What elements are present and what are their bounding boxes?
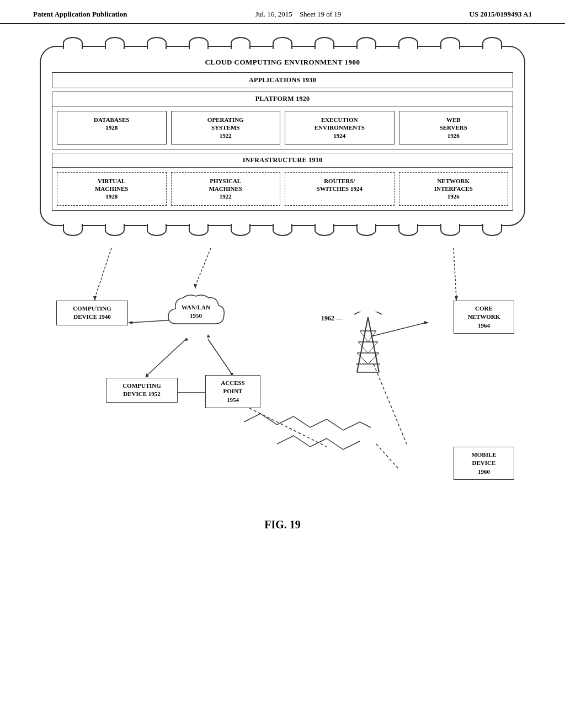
cloud-bump-bottom (315, 224, 334, 236)
cloud-bump-bottom (482, 224, 502, 236)
platform-component-os: OPERATINGSYSTEMS1922 (171, 111, 281, 144)
wan-lan-1950: WAN/LAN1950 (166, 293, 226, 334)
cloud-bump (63, 37, 83, 49)
infra-component-routers: ROUTERS/SWITCHES 1924 (285, 172, 395, 206)
cloud-bump (147, 37, 167, 49)
svg-marker-3 (194, 284, 197, 289)
applications-label: APPLICATIONS 1930 (52, 73, 513, 88)
infra-component-network: NETWORKINTERFACES1926 (399, 172, 509, 206)
infrastructure-components: VIRTUALMACHINES1928 PHYSICALMACHINES1922… (52, 168, 513, 210)
infra-component-virtual: VIRTUALMACHINES1928 (57, 172, 167, 206)
core-network-1964: CORENETWORK1964 (454, 301, 514, 334)
label-1962: 1962 — (321, 314, 343, 323)
network-diagram: COMPUTINGDEVICE 1940 WAN/LAN1950 COMPUTI… (40, 248, 525, 502)
cloud-bump (189, 37, 209, 49)
cloud-bump-bottom (105, 224, 125, 236)
svg-marker-11 (185, 338, 189, 341)
cloud-bump-bottom (273, 224, 292, 236)
svg-line-0 (95, 248, 111, 298)
platform-component-databases: DATABASES1928 (57, 111, 167, 144)
cloud-bump (105, 37, 125, 49)
applications-box: APPLICATIONS 1930 (52, 72, 513, 88)
cloud-bump (231, 37, 250, 49)
svg-line-4 (454, 248, 456, 298)
cloud-bump (315, 37, 334, 49)
cloud-bump-bottom (189, 224, 209, 236)
svg-marker-14 (207, 334, 210, 338)
svg-marker-8 (128, 321, 132, 324)
header-left: Patent Application Publication (33, 10, 127, 19)
cloud-title: CLOUD COMPUTING ENVIRONMENT 1900 (52, 58, 513, 67)
svg-line-12 (208, 339, 232, 374)
header-right: US 2015/0199493 A1 (470, 10, 532, 19)
main-content: CLOUD COMPUTING ENVIRONMENT 1900 APPLICA… (0, 24, 565, 553)
cloud-bump (482, 37, 502, 49)
infrastructure-box: INFRASTRUCTURE 1910 VIRTUALMACHINES1928 … (52, 153, 513, 211)
wireless-signals (244, 411, 398, 466)
svg-marker-10 (146, 373, 149, 378)
cloud-bump-bottom (356, 224, 376, 236)
cloud-bump (356, 37, 376, 49)
cloud-bumps-top (52, 37, 513, 48)
cloud-bump (398, 37, 418, 49)
computing-device-1940: COMPUTINGDEVICE 1940 (56, 301, 128, 325)
access-point-1954: ACCESSPOINT1954 (205, 375, 260, 408)
cloud-bump (273, 37, 292, 49)
svg-marker-21 (424, 321, 429, 324)
cloud-bump-bottom (440, 224, 460, 236)
computing-device-1952: COMPUTINGDEVICE 1952 (106, 378, 178, 403)
page-header: Patent Application Publication Jul. 16, … (0, 0, 565, 24)
cloud-bump (440, 37, 460, 49)
cloud-bump-bottom (63, 224, 83, 236)
platform-box: PLATFORM 1920 DATABASES1928 OPERATINGSYS… (52, 92, 513, 149)
header-date: Jul. 16, 2015 Sheet 19 of 19 (255, 10, 342, 19)
infra-component-physical: PHYSICALMACHINES1922 (171, 172, 281, 206)
platform-components: DATABASES1928 OPERATINGSYSTEMS1922 EXECU… (52, 106, 513, 149)
cloud-bump-bottom (231, 224, 250, 236)
svg-line-2 (195, 248, 211, 286)
cloud-outer-border: CLOUD COMPUTING ENVIRONMENT 1900 APPLICA… (40, 46, 525, 226)
tower-1962-icon (346, 312, 390, 378)
mobile-device-1960: MOBILEDEVICE1960 (454, 447, 514, 480)
cloud-bumps-bottom (52, 224, 513, 235)
cloud-diagram: CLOUD COMPUTING ENVIRONMENT 1900 APPLICA… (40, 46, 525, 502)
platform-component-web: WEBSERVERS1926 (399, 111, 509, 144)
platform-label: PLATFORM 1920 (52, 92, 513, 106)
svg-line-9 (147, 339, 186, 375)
figure-caption: FIG. 19 (33, 518, 532, 531)
infrastructure-label: INFRASTRUCTURE 1910 (52, 153, 513, 168)
cloud-bump-bottom (147, 224, 167, 236)
cloud-bump-bottom (398, 224, 418, 236)
platform-component-execution: EXECUTIONENVIRONMENTS1924 (285, 111, 395, 144)
